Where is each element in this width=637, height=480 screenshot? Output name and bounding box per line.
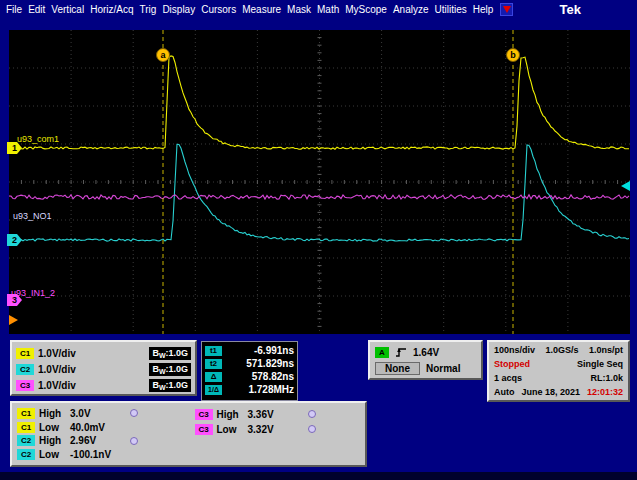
trigger-source-badge[interactable]: A — [375, 347, 389, 358]
waveform-display[interactable]: ab 123u93_com1u93_NO1u93_IN1_2 — [9, 30, 630, 334]
measurement-value: -100.1nV — [70, 449, 126, 460]
bandwidth-readout: BW:1.0G — [149, 363, 191, 376]
channel-row: C31.0V/divBW:1.0G — [16, 377, 191, 393]
trace-label: u93_IN1_2 — [11, 288, 55, 298]
stats-dot-icon — [308, 410, 316, 418]
svg-text:b: b — [510, 50, 516, 60]
run-mode: Single Seq — [577, 359, 623, 369]
measurement-value: 3.32V — [248, 424, 304, 435]
trigger-mode: Normal — [426, 363, 460, 374]
bottom-strip — [0, 472, 637, 480]
menu-item-cursors[interactable]: Cursors — [198, 2, 239, 17]
measurement-value: 40.0mV — [70, 422, 126, 433]
trigger-level-marker[interactable] — [9, 315, 18, 325]
menu-item-trig[interactable]: Trig — [137, 2, 160, 17]
vertical-settings-panel: C11.0V/divBW:1.0GC21.0V/divBW:1.0GC31.0V… — [10, 340, 197, 396]
menu-item-utilities[interactable]: Utilities — [432, 2, 470, 17]
cursor-badge: t1 — [205, 346, 222, 356]
trigger-panel: A 1.64V None Normal — [368, 340, 483, 380]
trigger-position-marker[interactable] — [621, 181, 630, 191]
measurement-panel: C1High3.0VC1Low40.0mVC2High2.96VC2Low-10… — [10, 401, 367, 467]
timebase: 100ns/div — [494, 345, 535, 355]
measurement-channel-badge: C3 — [195, 424, 213, 435]
channel-scale: 1.0V/div — [38, 348, 76, 359]
cursor-readout-panel: t1-6.991nst2571.829nsΔ578.82ns1/Δ1.728MH… — [201, 341, 298, 401]
channel-rows: C11.0V/divBW:1.0GC21.0V/divBW:1.0GC31.0V… — [16, 345, 191, 393]
rising-edge-icon — [395, 346, 407, 358]
cursor-value: 578.82ns — [252, 371, 294, 382]
channel-badge[interactable]: C1 — [16, 348, 34, 359]
sample-rate: 1.0GS/s — [545, 345, 578, 355]
menu-item-display[interactable]: Display — [159, 2, 198, 17]
measurement-name: Low — [39, 422, 66, 433]
channel-scale: 1.0V/div — [38, 364, 76, 375]
trig-mode-label: Auto — [494, 387, 515, 397]
cursor-badge: 1/Δ — [205, 385, 222, 395]
date-label: June 18, 2021 — [521, 387, 580, 397]
graticule: ab — [9, 30, 630, 334]
menu-item-edit[interactable]: Edit — [25, 2, 48, 17]
acq-state: Stopped — [494, 359, 530, 369]
menu-item-mask[interactable]: Mask — [284, 2, 314, 17]
measurement-name: Low — [217, 424, 244, 435]
measurement-name: High — [39, 408, 66, 419]
menu-item-help[interactable]: Help — [470, 2, 497, 17]
cursor-value: 1.728MHz — [248, 384, 294, 395]
time-label: 12:01:32 — [587, 387, 623, 397]
menu-item-file[interactable]: File — [3, 2, 25, 17]
cursor-rows: t1-6.991nst2571.829nsΔ578.82ns1/Δ1.728MH… — [205, 344, 294, 396]
measurement-row: C3High3.36V — [195, 407, 361, 421]
measurement-value: 3.0V — [70, 408, 126, 419]
trigger-holdoff[interactable]: None — [375, 362, 420, 375]
measurement-value: 2.96V — [70, 435, 126, 446]
cursor-badge: Δ — [205, 372, 222, 382]
red-triangle-icon — [503, 6, 511, 13]
measurement-channel-badge: C3 — [195, 409, 213, 420]
acq-count: 1 acqs — [494, 373, 522, 383]
channel-badge[interactable]: C2 — [16, 364, 34, 375]
alert-icon[interactable] — [500, 3, 513, 16]
cursor-badge: t2 — [205, 359, 222, 369]
channel-row: C21.0V/divBW:1.0G — [16, 361, 191, 377]
measurement-row: C1High3.0V — [17, 407, 183, 420]
bandwidth-readout: BW:1.0G — [149, 379, 191, 392]
measurement-value: 3.36V — [248, 409, 304, 420]
menu-item-analyze[interactable]: Analyze — [390, 2, 432, 17]
measurement-channel-badge: C2 — [17, 435, 35, 446]
measurement-name: High — [39, 435, 66, 446]
measurement-channel-badge: C2 — [17, 449, 35, 460]
measurement-column-2: C3High3.36VC3Low3.32V — [195, 407, 361, 461]
menu-items: FileEditVerticalHoriz/AcqTrigDisplayCurs… — [3, 2, 496, 17]
cursor-readout-row: Δ578.82ns — [205, 370, 294, 383]
menu-item-measure[interactable]: Measure — [239, 2, 284, 17]
bw-rest: :1.0G — [165, 348, 188, 358]
menu-item-horiz-acq[interactable]: Horiz/Acq — [87, 2, 136, 17]
measurement-channel-badge: C1 — [17, 422, 35, 433]
stats-dot-icon — [130, 409, 138, 417]
measurement-row: C1Low40.0mV — [17, 421, 183, 434]
menu-item-math[interactable]: Math — [314, 2, 342, 17]
channel-scale: 1.0V/div — [38, 380, 76, 391]
stats-dot-icon — [308, 425, 316, 433]
bw-rest: :1.0G — [165, 364, 188, 374]
resolution: 1.0ns/pt — [589, 345, 623, 355]
measurement-channel-badge: C1 — [17, 408, 35, 419]
record-length: RL:1.0k — [590, 373, 623, 383]
menu-bar: FileEditVerticalHoriz/AcqTrigDisplayCurs… — [0, 0, 637, 18]
bandwidth-readout: BW:1.0G — [149, 347, 191, 360]
cursor-readout-row: 1/Δ1.728MHz — [205, 383, 294, 396]
trace-label: u93_NO1 — [13, 211, 52, 221]
menu-item-vertical[interactable]: Vertical — [48, 2, 87, 17]
menu-item-myscope[interactable]: MyScope — [342, 2, 390, 17]
measurement-name: Low — [39, 449, 66, 460]
horizontal-acquisition-panel: 100ns/div 1.0GS/s 1.0ns/pt Stopped Singl… — [487, 340, 630, 402]
measurement-column-1: C1High3.0VC1Low40.0mVC2High2.96VC2Low-10… — [17, 407, 183, 461]
cursor-value: 571.829ns — [246, 358, 294, 369]
channel-badge[interactable]: C3 — [16, 380, 34, 391]
measurement-row: C3Low3.32V — [195, 422, 361, 436]
cursor-readout-row: t1-6.991ns — [205, 344, 294, 357]
stats-dot-icon — [130, 437, 138, 445]
cursor-readout-row: t2571.829ns — [205, 357, 294, 370]
trigger-level: 1.64V — [413, 347, 439, 358]
channel-row: C11.0V/divBW:1.0G — [16, 345, 191, 361]
